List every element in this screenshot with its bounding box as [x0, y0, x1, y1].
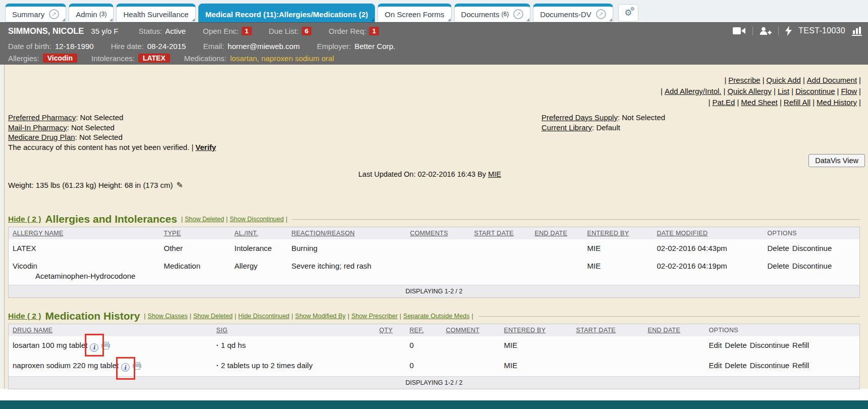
- table-header-row: ALLERGY NAME TYPE AL./INT. REACTION/REAS…: [9, 227, 860, 240]
- medications-label: Medications:: [184, 54, 227, 63]
- separator: [181, 216, 183, 223]
- show-deleted-link[interactable]: Show Deleted: [185, 216, 224, 223]
- show-classes-link[interactable]: Show Classes: [148, 313, 188, 320]
- print-icon[interactable]: [133, 362, 141, 370]
- delete-link[interactable]: Delete: [768, 262, 789, 270]
- quick-add-link[interactable]: Quick Add: [767, 76, 801, 84]
- open-new-window-icon[interactable]: ↗: [596, 9, 606, 19]
- gear-small-icon: ⚙: [630, 6, 635, 12]
- quick-allergy-link[interactable]: Quick Allergy: [727, 87, 772, 95]
- col-type[interactable]: TYPE: [160, 227, 231, 240]
- table-footer: DISPLAYING 1-2 / 2: [9, 377, 860, 389]
- mail-in-pharmacy-link[interactable]: Mail-In Pharmacy: [8, 123, 67, 132]
- preferred-days-supply-link[interactable]: Preferred Days Supply: [541, 113, 618, 122]
- discontinue-link[interactable]: Discontinue: [795, 87, 835, 95]
- add-allergy-intol-link[interactable]: Add Allergy/Intol.: [665, 87, 722, 95]
- col-start-date[interactable]: START DATE: [572, 324, 644, 337]
- drug-info-icon[interactable]: i: [90, 343, 98, 352]
- col-end-date[interactable]: END DATE: [644, 324, 705, 337]
- refill-link[interactable]: Refill: [792, 361, 809, 370]
- edit-link[interactable]: Edit: [709, 361, 722, 370]
- discontinue-link[interactable]: Discontinue: [750, 361, 789, 370]
- delete-link[interactable]: Delete: [725, 341, 746, 349]
- col-sig[interactable]: SIG: [212, 324, 375, 337]
- preferred-pharmacy-link[interactable]: Preferred Pharmacy: [8, 113, 76, 122]
- delete-link[interactable]: Delete: [725, 361, 746, 370]
- separator: [724, 76, 726, 84]
- col-date-modified[interactable]: DATE MODIFIED: [653, 227, 764, 240]
- open-enc-badge[interactable]: 1: [242, 27, 252, 35]
- open-new-window-icon[interactable]: ↗: [49, 9, 59, 19]
- col-reaction[interactable]: REACTION/REASON: [288, 227, 406, 240]
- col-qty[interactable]: QTY: [375, 324, 406, 337]
- print-icon[interactable]: [101, 342, 110, 349]
- medications-value[interactable]: losartan, naproxen sodium oral: [230, 54, 334, 63]
- verify-link[interactable]: Verify: [195, 143, 216, 151]
- table-row: losartan 100 mg tableti 1 qd hs 0 MIE Ed…: [9, 336, 860, 356]
- edit-link[interactable]: Edit: [709, 341, 722, 349]
- due-list-label: Due List:: [269, 27, 299, 35]
- tab-health-surveillance[interactable]: Health Surveillance: [116, 4, 195, 22]
- refill-link[interactable]: Refill: [792, 341, 809, 349]
- separator: [191, 143, 193, 151]
- col-drug-name[interactable]: DRUG NAME: [9, 324, 212, 337]
- allergies-section-title: Allergies and Intolerances: [45, 213, 177, 225]
- show-discontinued-link[interactable]: Show Discontinued: [230, 216, 284, 223]
- tab-label: Health Surveillance: [123, 10, 188, 19]
- hide-discontinued-link[interactable]: Hide Discontinued: [238, 313, 289, 320]
- order-req-badge[interactable]: 1: [369, 27, 379, 35]
- settings-button[interactable]: ⚙ ⚙: [618, 4, 638, 22]
- allergies-hide-link[interactable]: Hide ( 2 ): [8, 215, 41, 224]
- tab-documents[interactable]: Documents (6) ↗: [454, 4, 531, 22]
- video-camera-icon[interactable]: [733, 27, 746, 35]
- col-end-date[interactable]: END DATE: [531, 227, 583, 240]
- tab-summary[interactable]: Summary ↗: [5, 4, 66, 22]
- tab-on-screen-forms[interactable]: On Screen Forms: [377, 4, 451, 22]
- col-al-int[interactable]: AL./INT.: [231, 227, 288, 240]
- flow-link[interactable]: Flow: [841, 87, 857, 95]
- medicare-drug-plan-link[interactable]: Medicare Drug Plan: [8, 133, 75, 141]
- edit-pencil-icon[interactable]: ✎: [177, 181, 183, 189]
- separator: [763, 76, 765, 84]
- show-prescriber-link[interactable]: Show Prescriber: [351, 313, 398, 320]
- col-entered-by[interactable]: ENTERED BY: [583, 227, 653, 240]
- intolerance-badge[interactable]: LATEX: [138, 54, 170, 63]
- separate-outside-meds-link[interactable]: Separate Outside Meds: [403, 313, 469, 320]
- col-start-date[interactable]: START DATE: [470, 227, 531, 240]
- med-sheet-link[interactable]: Med Sheet: [741, 98, 778, 107]
- discontinue-link[interactable]: Discontinue: [792, 262, 832, 270]
- bar-chart-icon[interactable]: [852, 26, 863, 36]
- list-link[interactable]: List: [778, 87, 789, 95]
- col-comment[interactable]: COMMENT: [442, 324, 500, 337]
- drug-name-cell: losartan 100 mg tableti: [9, 336, 212, 356]
- tab-documents-dv[interactable]: Documents-DV ↗: [533, 4, 613, 22]
- tab-medical-record-active[interactable]: Medical Record (11):Allergies/Medication…: [198, 4, 375, 22]
- col-allergy-name[interactable]: ALLERGY NAME: [9, 227, 160, 240]
- delete-link[interactable]: Delete: [768, 244, 789, 252]
- pat-ed-link[interactable]: Pat.Ed: [712, 98, 735, 107]
- current-library-link[interactable]: Current Library: [541, 123, 592, 132]
- allergy-badge[interactable]: Vicodin: [43, 54, 77, 63]
- tab-admin[interactable]: Admin (3): [69, 4, 114, 22]
- open-new-window-icon[interactable]: ↗: [513, 9, 523, 19]
- refill-all-link[interactable]: Refill All: [784, 98, 810, 107]
- col-entered-by[interactable]: ENTERED BY: [500, 324, 572, 337]
- prescribe-link[interactable]: Prescribe: [728, 76, 760, 84]
- due-list-badge[interactable]: 6: [302, 27, 312, 35]
- lightning-bolt-icon[interactable]: [785, 26, 792, 36]
- medications-hide-link[interactable]: Hide ( 2 ): [8, 312, 41, 321]
- show-deleted-link[interactable]: Show Deleted: [193, 313, 233, 320]
- updated-by-link[interactable]: MIE: [488, 170, 501, 178]
- discontinue-link[interactable]: Discontinue: [750, 341, 789, 349]
- show-modified-by-link[interactable]: Show Modified By: [295, 313, 346, 320]
- generic-name: Acetaminophen-Hydrocodone: [13, 270, 156, 280]
- col-comments[interactable]: COMMENTS: [406, 227, 470, 240]
- discontinue-link[interactable]: Discontinue: [792, 244, 832, 252]
- add-document-link[interactable]: Add Document: [807, 76, 857, 84]
- drug-info-icon[interactable]: i: [121, 363, 130, 372]
- datavis-view-button[interactable]: DataVis View: [808, 154, 865, 167]
- options-cell: DeleteDiscontinue: [764, 257, 860, 285]
- med-history-link[interactable]: Med History: [817, 98, 857, 107]
- col-ref[interactable]: REF.: [406, 324, 442, 337]
- add-user-icon[interactable]: [760, 27, 772, 35]
